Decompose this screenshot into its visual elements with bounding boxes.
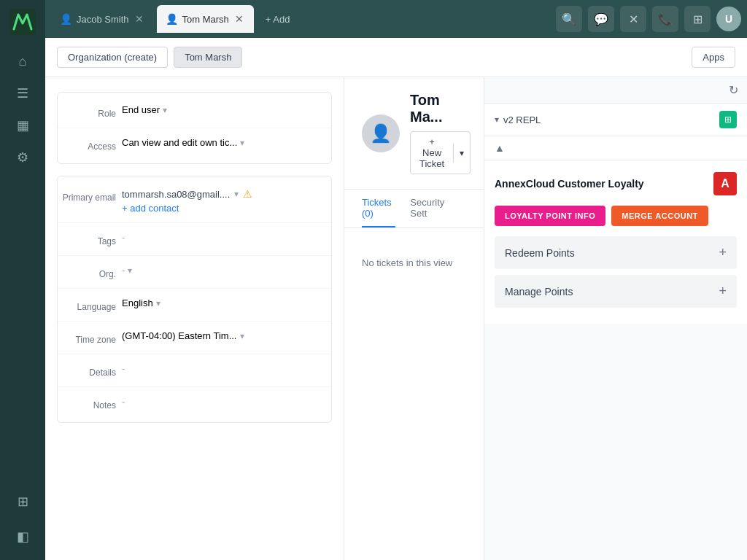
pages-icon[interactable]: ⊞ <box>8 487 37 516</box>
language-select-text: English <box>122 298 153 308</box>
timezone-chevron-icon: ▾ <box>240 331 244 341</box>
role-select[interactable]: End user ▾ <box>122 104 331 115</box>
org-value: - ▾ <box>122 265 331 276</box>
primary-email-value: tommarsh.sa08@gmail.... ▾ ⚠ + add contac… <box>122 188 331 214</box>
access-value: Can view and edit own tic... ▾ <box>122 137 331 148</box>
tags-value: - <box>122 232 331 243</box>
redeem-points-plus-icon: + <box>719 245 727 260</box>
notes-field-row: Notes - <box>58 390 331 416</box>
org-create-breadcrumb[interactable]: Organization (create) <box>57 47 168 68</box>
tabs-actions: 🔍 💬 ✕ 📞 ⊞ U <box>556 6 741 32</box>
loyalty-point-info-button[interactable]: LOYALTY POINT INFO <box>495 206 605 226</box>
tags-label: Tags <box>58 232 116 246</box>
apps-button[interactable]: Apps <box>692 47 735 68</box>
bottom-icon[interactable]: ◧ <box>8 522 37 551</box>
redeem-points-label: Redeem Points <box>505 247 575 259</box>
timezone-field-row: Time zone (GMT-04:00) Eastern Tim... ▾ <box>58 324 331 351</box>
tab-tom[interactable]: 👤 Tom Marsh ✕ <box>157 5 254 33</box>
add-tab-label: + Add <box>266 14 290 25</box>
org-label: Org. <box>58 265 116 279</box>
content-area: Organization (create) Tom Marsh Apps Rol… <box>45 38 747 560</box>
notes-label: Notes <box>58 396 116 411</box>
no-tickets-message: No tickets in this view <box>344 228 484 298</box>
refresh-button[interactable]: ↻ <box>729 83 738 97</box>
contact-fields-section: Primary email tommarsh.sa08@gmail.... ▾ … <box>57 176 332 423</box>
new-ticket-dropdown-button[interactable]: ▾ <box>453 144 470 163</box>
add-contact-link[interactable]: + add contact <box>122 200 331 214</box>
security-tab[interactable]: Security Sett <box>410 190 452 228</box>
page-wrapper: Organization (create) Tom Marsh Apps Rol… <box>45 38 747 560</box>
add-tab-button[interactable]: + Add <box>257 5 299 33</box>
email-dropdown-icon[interactable]: ▾ <box>234 189 239 199</box>
home-icon[interactable]: ⌂ <box>8 47 37 76</box>
merge-account-button[interactable]: MERGE ACCOUNT <box>611 206 708 226</box>
primary-email-field-row: Primary email tommarsh.sa08@gmail.... ▾ … <box>58 182 331 219</box>
access-select[interactable]: Can view and edit own tic... ▾ <box>122 137 331 148</box>
tags-dash: - <box>122 232 125 243</box>
right-panel: ↻ ▾ v2 REPL ⊞ <box>484 77 747 560</box>
access-field-row: Access Can view and edit own tic... ▾ <box>58 131 331 158</box>
user-profile-avatar: 👤 <box>362 114 400 152</box>
avatar-icon: 👤 <box>370 123 392 144</box>
tab-tom-label: Tom Marsh <box>182 14 229 25</box>
timezone-select[interactable]: (GMT-04:00) Eastern Tim... ▾ <box>122 330 331 341</box>
breadcrumb-bar: Organization (create) Tom Marsh Apps <box>45 38 747 77</box>
annexcloud-letter: A <box>721 177 729 190</box>
org-dash: - <box>122 265 125 276</box>
logo[interactable] <box>9 9 36 35</box>
loyalty-title: AnnexCloud Customer Loyalty <box>495 178 644 190</box>
role-chevron-icon: ▾ <box>163 105 167 115</box>
loyalty-section-body: AnnexCloud Customer Loyalty A LOYALTY PO… <box>484 160 747 324</box>
org-select[interactable]: - ▾ <box>122 265 331 276</box>
main-area: 👤 Jacob Smith ✕ 👤 Tom Marsh ✕ + Add 🔍 💬 … <box>45 0 747 560</box>
details-value: - <box>122 363 331 374</box>
tab-tom-user-icon: 👤 <box>166 13 178 25</box>
security-tab-label: Security Sett <box>410 197 444 219</box>
notes-dash: - <box>122 396 125 407</box>
no-tickets-text: No tickets in this view <box>362 257 452 268</box>
three-col-layout: Role End user ▾ Access <box>45 77 747 560</box>
user-avatar-button[interactable]: U <box>716 7 741 31</box>
user-display-name: Tom Ma... <box>410 92 471 125</box>
notes-value: - <box>122 396 331 407</box>
details-dash: - <box>122 363 125 374</box>
email-row: tommarsh.sa08@gmail.... ▾ ⚠ <box>122 188 331 200</box>
user-fields-section: Role End user ▾ Access <box>57 92 332 164</box>
access-label: Access <box>58 137 116 152</box>
timezone-value: (GMT-04:00) Eastern Tim... ▾ <box>122 330 331 341</box>
v2repl-section: ▾ v2 REPL ⊞ <box>484 104 747 136</box>
ticket-actions: + New Ticket ▾ <box>410 131 471 174</box>
manage-points-label: Manage Points <box>505 286 573 298</box>
language-select[interactable]: English ▾ <box>122 298 331 308</box>
grid-button[interactable]: ⊞ <box>684 6 711 32</box>
user-breadcrumb[interactable]: Tom Marsh <box>174 47 242 68</box>
phone-button[interactable]: 📞 <box>652 6 678 32</box>
settings-icon[interactable]: ⚙ <box>8 143 37 172</box>
v2repl-section-header[interactable]: ▾ v2 REPL ⊞ <box>484 104 747 136</box>
details-label: Details <box>58 363 116 378</box>
tab-tom-close[interactable]: ✕ <box>233 12 245 26</box>
tickets-tab-label: Tickets (0) <box>362 197 392 219</box>
tab-jacob-close[interactable]: ✕ <box>133 12 145 26</box>
tab-jacob[interactable]: 👤 Jacob Smith ✕ <box>51 5 154 33</box>
v2repl-label: v2 REPL <box>503 114 541 125</box>
tags-field-row: Tags - <box>58 226 331 252</box>
access-chevron-icon: ▾ <box>240 138 244 148</box>
primary-email-label: Primary email <box>58 188 116 204</box>
tickets-tab[interactable]: Tickets (0) <box>362 190 395 228</box>
redeem-points-row[interactable]: Redeem Points + <box>495 236 737 269</box>
reports-icon[interactable]: ▦ <box>8 111 37 140</box>
role-select-text: End user <box>122 104 160 115</box>
tab-jacob-label: Jacob Smith <box>77 14 129 25</box>
new-ticket-label: + New Ticket <box>419 136 444 169</box>
new-ticket-button[interactable]: + New Ticket <box>411 132 453 174</box>
middle-tabs-nav: Tickets (0) Security Sett <box>344 190 484 228</box>
search-button[interactable]: 🔍 <box>556 6 582 32</box>
chat-button[interactable]: 💬 <box>588 6 614 32</box>
close-button[interactable]: ✕ <box>620 6 646 32</box>
v2repl-section-left: ▾ v2 REPL <box>495 114 541 125</box>
v2repl-grid-icon: ⊞ <box>724 114 732 125</box>
loyalty-collapse-header[interactable]: ▲ <box>484 136 747 160</box>
manage-points-row[interactable]: Manage Points + <box>495 275 737 308</box>
tickets-icon[interactable]: ☰ <box>8 79 37 108</box>
